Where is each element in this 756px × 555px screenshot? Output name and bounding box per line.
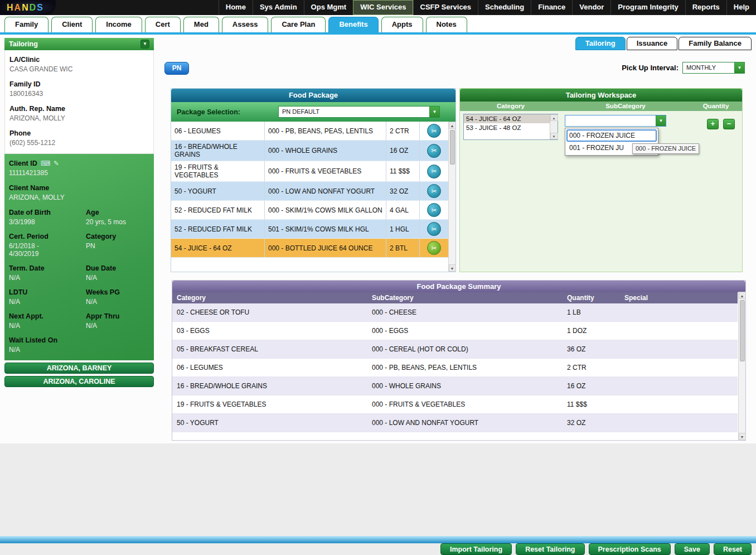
client-name-label: Client Name bbox=[9, 184, 149, 192]
summary-scrollbar[interactable]: ▲ ▼ bbox=[738, 292, 745, 440]
tab-family[interactable]: Family bbox=[4, 17, 49, 32]
scrollbar-thumb[interactable] bbox=[450, 130, 455, 165]
scroll-down-icon[interactable]: ▼ bbox=[449, 264, 456, 272]
plus-icon[interactable]: + bbox=[707, 119, 719, 129]
food-package-row[interactable]: 16 - BREAD/WHOLE GRAINS 000 - WHOLE GRAI… bbox=[171, 141, 448, 161]
summary-row[interactable]: 19 - FRUITS & VEGETABLES 000 - FRUITS & … bbox=[172, 395, 738, 414]
nav-item-program-integrity[interactable]: Program Integrity bbox=[610, 0, 685, 15]
subtab-tailoring[interactable]: Tailoring bbox=[575, 37, 626, 50]
category-option[interactable]: 53 - JUICE - 48 OZ bbox=[464, 123, 550, 132]
food-package-row-selected[interactable]: 54 - JUICE - 64 OZ 000 - BOTTLED JUICE 6… bbox=[171, 239, 448, 258]
nav-item-vendor[interactable]: Vendor bbox=[572, 0, 610, 15]
nav-item-wic-services[interactable]: WIC Services bbox=[353, 0, 413, 15]
reset-button[interactable]: Reset bbox=[714, 543, 752, 555]
import-tailoring-button[interactable]: Import Tailoring bbox=[440, 543, 512, 555]
subtab-family-balance[interactable]: Family Balance bbox=[679, 37, 752, 50]
edit-pencil-icon[interactable]: ✎ bbox=[54, 160, 59, 167]
category-listbox[interactable]: 54 - JUICE - 64 OZ 53 - JUICE - 48 OZ ▲ … bbox=[463, 114, 558, 140]
logo-letter: D bbox=[30, 3, 37, 13]
chevron-down-icon[interactable]: ▼ bbox=[656, 115, 666, 126]
summary-row[interactable]: 16 - BREAD/WHOLE GRAINS 000 - WHOLE GRAI… bbox=[172, 377, 738, 395]
tailor-scissors-icon[interactable]: ✂ bbox=[427, 165, 441, 178]
food-package-scrollbar[interactable]: ▲ ▼ bbox=[448, 122, 455, 272]
summary-row[interactable]: 50 - YOGURT 000 - LOW AND NONFAT YOGURT … bbox=[172, 414, 738, 432]
phone-value: (602) 555-1212 bbox=[9, 139, 149, 147]
tailor-scissors-icon[interactable]: ✂ bbox=[427, 124, 441, 138]
tailor-scissors-icon[interactable]: ✂ bbox=[427, 144, 441, 158]
nav-item-csfp-services[interactable]: CSFP Services bbox=[413, 0, 478, 15]
nav-item-reports[interactable]: Reports bbox=[685, 0, 726, 15]
nav-item-scheduling[interactable]: Scheduling bbox=[478, 0, 531, 15]
subcategory-cell: 000 - WHOLE GRAINS bbox=[367, 377, 563, 395]
family-member-button-caroline[interactable]: ARIZONA, CAROLINE bbox=[4, 376, 154, 387]
prescription-scans-button[interactable]: Prescription Scans bbox=[589, 543, 671, 555]
tab-cert[interactable]: Cert bbox=[145, 17, 181, 32]
card-icon[interactable]: ⌨ bbox=[41, 160, 50, 167]
scroll-up-icon[interactable]: ▲ bbox=[449, 122, 456, 129]
pickup-interval-select[interactable]: MONTHLY ▼ bbox=[682, 62, 745, 74]
sidebar-header[interactable]: Tailoring ▼ bbox=[4, 38, 154, 50]
package-selection-select[interactable]: PN DEFAULT ▼ bbox=[278, 106, 440, 118]
tab-income[interactable]: Income bbox=[95, 17, 142, 32]
subcategory-cell: 000 - CHEESE bbox=[367, 303, 563, 321]
ldtu-label: LDTU bbox=[9, 288, 86, 296]
food-package-row[interactable]: 19 - FRUITS & VEGETABLES 000 - FRUITS & … bbox=[171, 161, 448, 182]
minus-icon[interactable]: − bbox=[723, 119, 735, 129]
food-package-row[interactable]: 06 - LEGUMES 000 - PB, BEANS, PEAS, LENT… bbox=[171, 122, 448, 141]
nav-item-sys-admin[interactable]: Sys Admin bbox=[253, 0, 304, 15]
tab-client[interactable]: Client bbox=[51, 17, 93, 32]
tab-underline bbox=[0, 32, 756, 35]
auth-rep-name-label: Auth. Rep. Name bbox=[9, 105, 149, 113]
tab-assess[interactable]: Assess bbox=[222, 17, 269, 32]
workspace-body: 54 - JUICE - 64 OZ 53 - JUICE - 48 OZ ▲ … bbox=[460, 111, 742, 272]
subtab-issuance[interactable]: Issuance bbox=[627, 37, 678, 50]
chevron-down-icon[interactable]: ▼ bbox=[734, 62, 744, 73]
listbox-scrollbar[interactable]: ▲ ▼ bbox=[550, 114, 558, 139]
age-label: Age bbox=[86, 209, 149, 216]
la-clinic-value: CASA GRANDE WIC bbox=[9, 65, 149, 73]
chevron-down-icon[interactable]: ▼ bbox=[429, 107, 439, 117]
special-cell bbox=[620, 359, 738, 377]
top-nav-items: Home Sys Admin Ops Mgmt WIC Services CSF… bbox=[219, 0, 756, 15]
save-button[interactable]: Save bbox=[675, 543, 710, 555]
tailor-scissors-icon[interactable]: ✂ bbox=[427, 241, 441, 255]
food-package-row[interactable]: 52 - REDUCED FAT MILK 501 - SKIM/1% COWS… bbox=[171, 220, 448, 239]
tab-med[interactable]: Med bbox=[183, 17, 219, 32]
sidebar-title: Tailoring bbox=[9, 38, 38, 50]
subcategory-combobox[interactable]: ▼ bbox=[565, 115, 666, 127]
summary-row[interactable]: 03 - EGGS 000 - EGGS 1 DOZ bbox=[172, 322, 738, 340]
tab-benefits[interactable]: Benefits bbox=[328, 17, 378, 32]
reset-tailoring-button[interactable]: Reset Tailoring bbox=[516, 543, 584, 555]
tailor-scissors-icon[interactable]: ✂ bbox=[427, 203, 441, 217]
scroll-down-icon[interactable]: ▼ bbox=[739, 433, 746, 440]
food-package-row[interactable]: 52 - REDUCED FAT MILK 000 - SKIM/1% COWS… bbox=[171, 201, 448, 220]
nav-item-finance[interactable]: Finance bbox=[531, 0, 572, 15]
subcategory-input[interactable] bbox=[565, 115, 656, 126]
subcategory-cell: 000 - LOW AND NONFAT YOGURT bbox=[367, 414, 563, 432]
food-package-row[interactable]: 50 - YOGURT 000 - LOW AND NONFAT YOGURT … bbox=[171, 182, 448, 201]
summary-col-subcategory: SubCategory bbox=[367, 292, 563, 303]
tab-notes[interactable]: Notes bbox=[426, 17, 467, 32]
tab-care-plan[interactable]: Care Plan bbox=[271, 17, 326, 32]
tailor-scissors-icon[interactable]: ✂ bbox=[427, 184, 441, 198]
pn-category-tab[interactable]: PN bbox=[164, 62, 189, 75]
subcategory-option-frozen-juice-000[interactable]: 000 - FROZEN JUICE bbox=[566, 129, 657, 142]
scroll-up-icon[interactable]: ▲ bbox=[739, 292, 746, 299]
nav-item-help[interactable]: Help bbox=[726, 0, 756, 15]
term-date-label: Term. Date bbox=[9, 264, 86, 272]
summary-row[interactable]: 02 - CHEESE OR TOFU 000 - CHEESE 1 LB bbox=[172, 303, 738, 322]
scrollbar-thumb[interactable] bbox=[740, 300, 745, 361]
summary-row[interactable]: 06 - LEGUMES 000 - PB, BEANS, PEAS, LENT… bbox=[172, 359, 738, 377]
quantity-cell: 2 CTR bbox=[386, 122, 420, 140]
family-member-button-barney[interactable]: ARIZONA, BARNEY bbox=[4, 363, 154, 374]
nav-item-home[interactable]: Home bbox=[219, 0, 253, 15]
scroll-down-icon[interactable]: ▼ bbox=[550, 133, 558, 139]
tailor-scissors-icon[interactable]: ✂ bbox=[427, 222, 441, 236]
tab-appts[interactable]: Appts bbox=[381, 17, 423, 32]
summary-row[interactable]: 05 - BREAKFAST CEREAL 000 - CEREAL (HOT … bbox=[172, 340, 738, 359]
scroll-up-icon[interactable]: ▲ bbox=[550, 114, 558, 121]
nav-item-ops-mgmt[interactable]: Ops Mgmt bbox=[304, 0, 353, 15]
chevron-down-icon[interactable]: ▼ bbox=[140, 40, 149, 49]
package-selection-value: PN DEFAULT bbox=[279, 107, 429, 117]
category-option-selected[interactable]: 54 - JUICE - 64 OZ bbox=[464, 114, 550, 123]
